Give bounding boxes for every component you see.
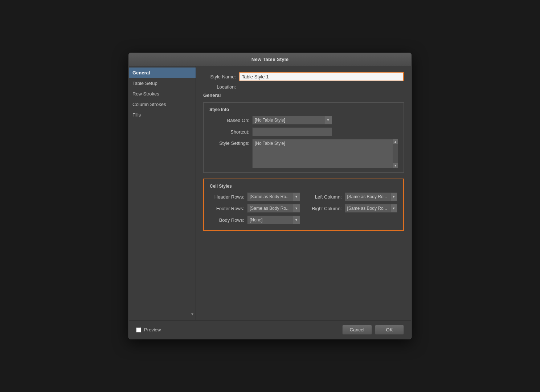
shortcut-row: Shortcut: — [209, 127, 398, 136]
preview-row: Preview — [136, 327, 161, 332]
location-label: Location: — [203, 84, 236, 90]
body-rows-label: Body Rows: — [210, 217, 244, 223]
style-settings-label: Style Settings: — [209, 139, 249, 146]
dialog-body: General Table Setup Row Strokes Column S… — [129, 66, 411, 339]
right-column-dropdown-wrapper: [Same as Body Ro... ▼ — [345, 204, 398, 213]
based-on-label: Based On: — [209, 118, 249, 123]
sidebar-item-row-strokes[interactable]: Row Strokes — [129, 89, 196, 99]
section-title: General — [203, 93, 404, 98]
sidebar-item-fills[interactable]: Fills — [129, 110, 196, 120]
header-rows-dropdown-wrapper: [Same as Body Ro... ▼ — [247, 192, 300, 201]
based-on-row: Based On: [No Table Style] ▼ — [209, 116, 398, 124]
style-name-row: Style Name: — [203, 72, 404, 81]
style-info-box: Style Info Based On: [No Table Style] ▼ — [203, 102, 404, 173]
body-rows-dropdown-wrapper: [None] ▼ — [247, 216, 300, 224]
dialog-title: New Table Style — [251, 57, 289, 62]
shortcut-label: Shortcut: — [209, 129, 249, 135]
dialog-titlebar: New Table Style — [129, 53, 411, 66]
footer-rows-row: Footer Rows: [Same as Body Ro... ▼ — [210, 204, 300, 213]
footer-rows-label: Footer Rows: — [210, 206, 244, 211]
based-on-dropdown[interactable]: [No Table Style] — [252, 116, 332, 124]
left-column-dropdown-wrapper: [Same as Body Ro... ▼ — [345, 192, 398, 201]
style-info-title: Style Info — [209, 107, 398, 112]
header-rows-dropdown[interactable]: [Same as Body Ro... — [247, 192, 300, 201]
style-settings-scroll-track[interactable] — [393, 144, 398, 163]
style-settings-scrollbar: ▲ ▼ — [393, 139, 398, 168]
cell-styles-box: Cell Styles Header Rows: [Same as Body R… — [203, 179, 404, 231]
style-settings-container: [No Table Style] ▲ ▼ — [252, 139, 398, 168]
style-settings-area: [No Table Style] — [252, 139, 398, 168]
sidebar-item-column-strokes[interactable]: Column Strokes — [129, 99, 196, 110]
ok-button[interactable]: OK — [375, 325, 404, 335]
dialog-content: General Table Setup Row Strokes Column S… — [129, 66, 411, 320]
main-panel: Style Name: Location: General Style Info… — [196, 66, 411, 320]
empty-cell — [307, 216, 398, 224]
preview-label: Preview — [144, 327, 161, 332]
left-column-row: Left Column: [Same as Body Ro... ▼ — [307, 192, 398, 201]
footer-buttons: Cancel OK — [342, 325, 404, 335]
style-name-input[interactable] — [239, 72, 404, 81]
header-rows-label: Header Rows: — [210, 194, 244, 200]
right-column-dropdown[interactable]: [Same as Body Ro... — [345, 204, 398, 213]
left-column-label: Left Column: — [307, 194, 342, 200]
scroll-down-icon: ▼ — [394, 164, 397, 167]
dialog-footer: Preview Cancel OK — [129, 320, 411, 339]
cell-styles-grid: Header Rows: [Same as Body Ro... ▼ — [210, 192, 397, 224]
cell-styles-title: Cell Styles — [210, 184, 397, 189]
style-settings-scroll-down-btn[interactable]: ▼ — [393, 163, 398, 168]
based-on-dropdown-wrapper: [No Table Style] ▼ — [252, 116, 332, 124]
shortcut-input[interactable] — [252, 127, 332, 136]
style-settings-row: Style Settings: [No Table Style] ▲ — [209, 139, 398, 168]
sidebar-item-table-setup[interactable]: Table Setup — [129, 78, 196, 89]
header-rows-row: Header Rows: [Same as Body Ro... ▼ — [210, 192, 300, 201]
right-column-label: Right Column: — [307, 206, 342, 211]
footer-rows-dropdown-wrapper: [Same as Body Ro... ▼ — [247, 204, 300, 213]
body-rows-dropdown[interactable]: [None] — [247, 216, 300, 224]
footer-rows-dropdown[interactable]: [Same as Body Ro... — [247, 204, 300, 213]
location-row: Location: — [203, 84, 404, 90]
sidebar: General Table Setup Row Strokes Column S… — [129, 66, 196, 320]
left-column-dropdown[interactable]: [Same as Body Ro... — [345, 192, 398, 201]
scroll-up-icon: ▲ — [394, 140, 397, 143]
style-name-label: Style Name: — [203, 74, 236, 79]
sidebar-item-general[interactable]: General — [129, 68, 196, 78]
body-rows-row: Body Rows: [None] ▼ — [210, 216, 300, 224]
cancel-button[interactable]: Cancel — [342, 325, 372, 335]
sidebar-scroll-down-icon[interactable]: ▼ — [191, 311, 194, 317]
right-column-row: Right Column: [Same as Body Ro... ▼ — [307, 204, 398, 213]
new-table-style-dialog: New Table Style General Table Setup Row … — [128, 53, 412, 339]
style-settings-scroll-up-btn[interactable]: ▲ — [393, 139, 398, 144]
preview-checkbox[interactable] — [136, 327, 141, 332]
